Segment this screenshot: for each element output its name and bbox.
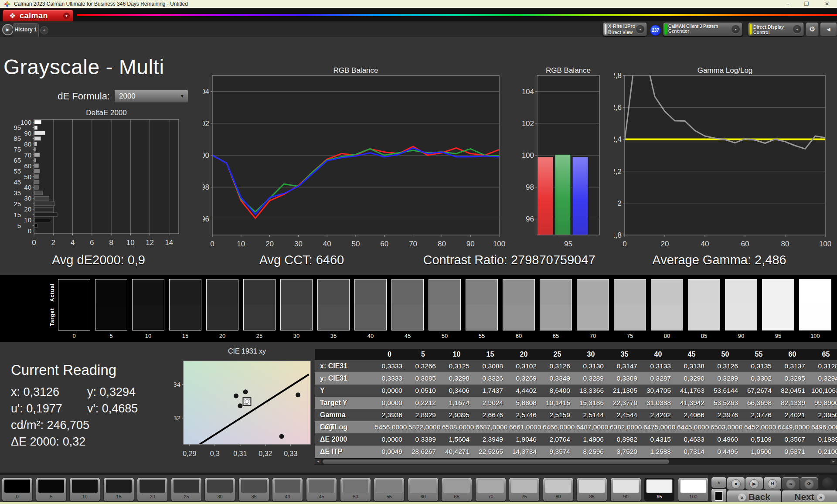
pattern-level-30[interactable]: 30 <box>205 478 235 501</box>
play-button[interactable]: ▶ <box>745 477 763 490</box>
calman-logo-text: calman <box>20 11 48 20</box>
pattern-level-15[interactable]: 15 <box>104 478 134 501</box>
display-chevron-down-icon[interactable]: ▼ <box>793 25 801 34</box>
svg-text:35: 35 <box>14 189 21 197</box>
target-swatch <box>429 305 460 330</box>
table-cell: 0,4633 <box>677 433 711 446</box>
pattern-level-55[interactable]: 55 <box>374 478 404 501</box>
pattern-level-85[interactable]: 85 <box>577 478 607 501</box>
scroll-left-icon[interactable]: ◄ <box>315 459 321 464</box>
de-formula-select[interactable]: 2000 ▼ <box>114 90 188 103</box>
table-cell: 3,7520 <box>610 446 643 458</box>
table-cell: 0,8982 <box>610 433 643 446</box>
svg-text:95: 95 <box>14 124 21 131</box>
target-swatch <box>281 305 312 330</box>
pattern-level-95[interactable]: 95 <box>644 478 674 501</box>
svg-text:20: 20 <box>661 240 669 248</box>
pattern-swatch <box>342 479 369 493</box>
scrollbar-thumb[interactable] <box>323 460 669 464</box>
table-cell: 10,1415 <box>543 397 576 409</box>
pattern-level-45[interactable]: 45 <box>306 478 337 501</box>
pattern-level-40[interactable]: 40 <box>272 478 303 501</box>
swatch-level-label: 70 <box>577 333 609 339</box>
table-cell: 6452,0000 <box>744 421 778 433</box>
pattern-level-5[interactable]: 5 <box>36 478 66 501</box>
table-cell: 1,1674 <box>442 397 476 409</box>
actual-swatch <box>244 279 275 305</box>
table-cell: 41,1763 <box>677 385 711 397</box>
back-button[interactable]: « Back <box>727 490 781 503</box>
tab-scroll-button[interactable]: ▶ <box>2 24 14 35</box>
window-title: Calman 2023 Calman Ultimate for Business… <box>14 1 188 7</box>
svg-text:40: 40 <box>24 184 31 191</box>
table-cell: 2,3976 <box>711 409 744 421</box>
logo-chevron-icon[interactable]: ▼ <box>63 13 70 19</box>
settings-button[interactable]: ⚙ <box>806 22 819 36</box>
tab-history-label: History 1 <box>14 27 37 33</box>
svg-text:95: 95 <box>564 240 572 248</box>
collapse-panel-button[interactable]: ◀ <box>820 22 837 36</box>
avg-gamma-stat: Average Gamma: 2,486 <box>652 253 786 269</box>
pattern-level-65[interactable]: 65 <box>442 478 472 501</box>
table-cell: 0,3406 <box>442 385 476 397</box>
minimize-icon[interactable]: – <box>781 0 794 8</box>
pattern-level-80[interactable]: 80 <box>543 478 573 501</box>
table-scrollbar[interactable]: ◄ ► <box>315 458 837 465</box>
svg-text:0,3: 0,3 <box>210 450 220 457</box>
row-label: CCT <box>315 421 375 433</box>
pattern-level-35[interactable]: 35 <box>239 478 269 501</box>
refresh-button[interactable]: ⟳ <box>800 477 818 490</box>
grayscale-table: 05101520253035404550556065x: CIE310,3333… <box>315 349 837 458</box>
loop-button[interactable]: ∞ <box>782 477 800 490</box>
pattern-level-60[interactable]: 60 <box>408 478 438 501</box>
tab-history-1[interactable]: History 1 <box>13 23 39 37</box>
table-cell: 2,0764 <box>543 433 576 446</box>
source-chevron-down-icon[interactable]: ▼ <box>732 25 740 34</box>
close-icon[interactable]: ✕ <box>820 0 834 8</box>
step-pattern-button[interactable]: H <box>764 477 781 490</box>
actual-swatch <box>392 279 423 305</box>
pattern-level-0[interactable]: 0 <box>2 478 32 501</box>
pattern-level-50[interactable]: 50 <box>340 478 371 501</box>
maximize-icon[interactable]: ❐ <box>800 0 813 8</box>
pattern-swatch <box>680 479 707 493</box>
meter-chevron-down-icon[interactable]: ▼ <box>636 25 644 34</box>
pattern-level-90[interactable]: 90 <box>611 478 641 501</box>
avg-cct-stat: Avg CCT: 6460 <box>259 253 344 269</box>
meter-count-badge[interactable]: 237 <box>650 25 661 36</box>
y-value: 0,3294 <box>100 385 136 398</box>
rgb-balance-line-chart: 96981001021040102030405060708090100RGB B… <box>203 65 508 249</box>
table-cell: 0,0510 <box>408 385 442 397</box>
scroll-right-icon[interactable]: ► <box>830 459 837 464</box>
pattern-window-button[interactable] <box>711 489 726 502</box>
table-cell: 2,3949 <box>476 433 509 446</box>
pattern-level-70[interactable]: 70 <box>476 478 506 501</box>
pattern-level-10[interactable]: 10 <box>70 478 100 501</box>
svg-text:104: 104 <box>522 88 534 96</box>
display-selector[interactable]: Direct Display Control ▼ <box>748 22 804 36</box>
grayscale-swatch-80 <box>651 279 683 330</box>
pattern-level-25[interactable]: 25 <box>171 478 201 501</box>
source-selector[interactable]: CalMAN Client 3 Pattern Generator ▼ <box>663 22 742 36</box>
calman-menu-button[interactable]: ❖ calman ▼ <box>3 10 73 22</box>
table-cell: 67,2674 <box>744 385 778 397</box>
table-cell: 82,0451 <box>778 385 811 397</box>
table-cell: 6503,0000 <box>711 421 744 433</box>
pattern-up-button[interactable]: ▲ <box>711 477 726 488</box>
next-button[interactable]: Next » <box>782 490 837 503</box>
table-cell: 0,3349 <box>543 372 576 385</box>
table-cell: 0,3333 <box>375 360 408 372</box>
pattern-level-20[interactable]: 20 <box>137 478 167 501</box>
tab-scroll-icon: ▶ <box>7 27 10 32</box>
svg-text:4: 4 <box>71 238 75 247</box>
meter-selector[interactable]: X-Rite i1Pro 2 Direct View ▼ <box>603 22 647 36</box>
pattern-level-100[interactable]: 100 <box>678 478 708 501</box>
add-tab-button[interactable]: + <box>40 26 48 34</box>
row-label: Gamma Log/Log <box>315 409 375 421</box>
column-header: 50 <box>711 349 744 360</box>
pattern-level-75[interactable]: 75 <box>509 478 539 501</box>
stop-button[interactable]: ■ <box>727 477 745 490</box>
svg-text:2,2: 2,2 <box>614 167 622 176</box>
svg-text:102: 102 <box>522 119 534 128</box>
calman-diamond-icon: ❖ <box>9 11 16 20</box>
